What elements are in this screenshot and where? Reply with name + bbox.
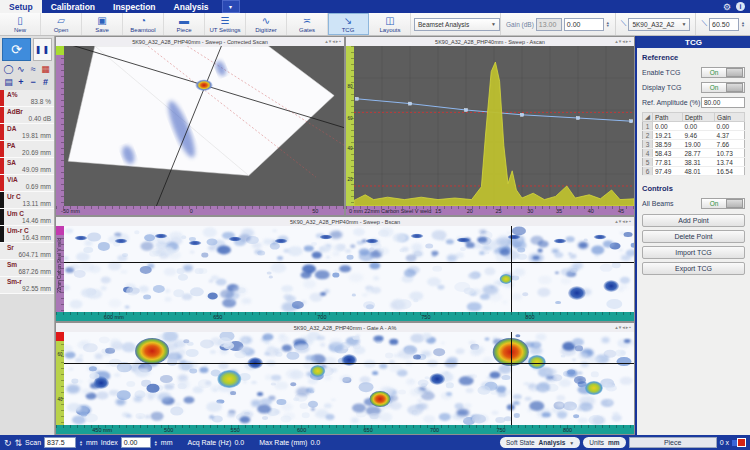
up-down-arrows-icon[interactable]: ⇅ xyxy=(15,438,23,448)
speckle xyxy=(503,272,513,279)
gain-input[interactable]: 0.00 xyxy=(564,18,604,31)
gear-icon[interactable]: ⚙ xyxy=(723,2,731,12)
display-tcg-toggle[interactable]: On xyxy=(701,82,745,93)
cursor-vertical-line[interactable] xyxy=(511,332,512,425)
add-point-button[interactable]: Add Point xyxy=(642,214,745,227)
tcg-column-header-gain[interactable]: Gain xyxy=(715,113,745,122)
angle-spinner[interactable]: ▲▼ xyxy=(741,21,745,27)
tcg-sort-icon[interactable]: ◢ xyxy=(643,113,653,122)
angle-input[interactable]: 60.50 xyxy=(709,18,739,31)
enable-tcg-toggle[interactable]: On xyxy=(701,67,745,78)
toolbar-button-new[interactable]: ▯New xyxy=(0,13,41,35)
all-beams-toggle[interactable]: On xyxy=(701,198,745,209)
delete-point-button[interactable]: Delete Point xyxy=(642,230,745,243)
tcg-table-row[interactable]: 458.4328.7710.73 xyxy=(643,149,745,158)
speckle xyxy=(385,399,392,404)
readout-a-[interactable]: A%83.8 % xyxy=(0,90,54,107)
tcg-table-row[interactable]: 338.5919.007.66 xyxy=(643,140,745,149)
toolbar-button-open[interactable]: ▱Open xyxy=(41,13,82,35)
export-tcg-button[interactable]: Export TCG xyxy=(642,262,745,275)
readout-da[interactable]: DA19.81 mm xyxy=(0,124,54,141)
envelope-tool-icon[interactable]: ≈ xyxy=(28,63,39,74)
tcg-table-row[interactable]: 10.000.000.00 xyxy=(643,122,745,131)
readout-pa[interactable]: PA20.69 mm xyxy=(0,141,54,158)
grid-toggle-icon[interactable]: # xyxy=(40,76,51,87)
menu-overflow-button[interactable]: ▾ xyxy=(222,0,240,13)
piece-button[interactable]: Piece xyxy=(629,437,717,448)
speckle xyxy=(575,346,583,351)
units-select[interactable]: Units mm xyxy=(583,437,625,448)
menu-tab-calibration[interactable]: Calibration xyxy=(42,0,104,13)
sscan-plot[interactable] xyxy=(64,46,344,206)
beam-select[interactable]: 5K90_A32_A2 ▼ xyxy=(628,18,690,31)
tcg-column-header-depth[interactable]: Depth xyxy=(682,113,714,122)
speckle xyxy=(577,378,583,382)
speckle xyxy=(100,286,107,290)
help-icon[interactable]: i xyxy=(736,2,745,11)
tcg-table-row[interactable]: 697.4948.0116.54 xyxy=(643,167,745,176)
layouts-button[interactable]: ◫ Layouts xyxy=(370,13,411,35)
pause-button[interactable]: ❚❚ xyxy=(33,38,52,61)
report-tool-icon[interactable]: ▤ xyxy=(3,76,14,87)
index-position-input[interactable]: 0.00 xyxy=(121,437,151,448)
speckle xyxy=(251,381,257,385)
readout-sm-r[interactable]: Sm-r92.55 mm xyxy=(0,277,54,294)
speckle xyxy=(281,403,293,411)
speckle xyxy=(431,251,438,256)
import-tcg-button[interactable]: Import TCG xyxy=(642,246,745,259)
view-titlebar-icons[interactable]: ▴▾◂▸▪ xyxy=(615,218,632,224)
grid-tool-icon[interactable]: ▦ xyxy=(40,63,51,74)
layout-select[interactable]: Beamset Analysis ▼ xyxy=(414,18,500,31)
tcg-column-header-path[interactable]: Path xyxy=(653,113,683,122)
readout-ur-c[interactable]: Ur C13.11 mm xyxy=(0,192,54,209)
tcg-table-row[interactable]: 577.8138.3113.74 xyxy=(643,158,745,167)
toolbar-button-piece[interactable]: ▬Piece xyxy=(164,13,205,35)
toolbar-button-tcg[interactable]: ↘TCG xyxy=(328,13,369,35)
sync-cursors-button[interactable]: ⟳ xyxy=(2,38,31,61)
index-spinner[interactable]: ▲▼ xyxy=(154,440,158,446)
toolbar-button-ut-settings[interactable]: ☰UT Settings xyxy=(205,13,246,35)
readout-sr[interactable]: Sr604.71 mm xyxy=(0,243,54,260)
scan-position-input[interactable]: 837.5 xyxy=(44,437,76,448)
display-status-icon[interactable] xyxy=(732,438,746,448)
indication-warm xyxy=(218,370,241,388)
ascan-plot[interactable] xyxy=(354,46,634,206)
toolbar-button-save[interactable]: ▣Save xyxy=(82,13,123,35)
speckle xyxy=(71,379,78,384)
view-titlebar-icons[interactable]: ▴▾◂▸▪ xyxy=(325,38,342,44)
readout-um-c[interactable]: Um C14.46 mm xyxy=(0,209,54,226)
scan-spinner[interactable]: ▲▼ xyxy=(79,440,83,446)
menu-tab-analysis[interactable]: Analysis xyxy=(165,0,218,13)
speckle xyxy=(212,240,225,249)
cursor-horizontal-line[interactable] xyxy=(64,363,634,364)
bscan-plot[interactable] xyxy=(64,226,634,312)
zoom-out-button[interactable]: − xyxy=(28,76,39,87)
speckle xyxy=(532,255,539,260)
view-titlebar-icons[interactable]: ▴▾◂▸▪ xyxy=(615,324,632,330)
soft-state-select[interactable]: Soft State Analysis ▼ xyxy=(500,437,580,448)
readout-sm[interactable]: Sm687.26 mm xyxy=(0,260,54,277)
zone-tool-icon[interactable]: ◯ xyxy=(3,63,14,74)
ref-amplitude-input[interactable]: 80.00 xyxy=(701,97,745,108)
gain-label: Gain (dB) xyxy=(506,21,534,28)
readout-adbr[interactable]: AdBr0.40 dB xyxy=(0,107,54,124)
toolbar-button-beamtool[interactable]: ◔Beamtool xyxy=(123,13,164,35)
readout-sa[interactable]: SA49.09 mm xyxy=(0,158,54,175)
readout-um-r-c[interactable]: Um-r C16.43 mm xyxy=(0,226,54,243)
refresh-icon[interactable]: ↻ xyxy=(4,438,12,448)
toolbar-button-gates[interactable]: ≍Gates xyxy=(287,13,328,35)
toolbar-button-digitizer[interactable]: ∿Digitizer xyxy=(246,13,287,35)
menu-tab-inspection[interactable]: Inspection xyxy=(104,0,165,13)
speckle xyxy=(300,403,309,409)
cursor-horizontal-line[interactable] xyxy=(64,262,634,263)
gain-spinner[interactable]: ▲▼ xyxy=(606,21,610,27)
ascan-tool-icon[interactable]: ∿ xyxy=(15,63,26,74)
zoom-in-button[interactable]: + xyxy=(15,76,26,87)
readout-via[interactable]: ViA0.69 mm xyxy=(0,175,54,192)
cursor-vertical-line[interactable] xyxy=(511,226,512,312)
cscan-plot[interactable] xyxy=(64,332,634,425)
view-titlebar-icons[interactable]: ▴▾◂▸▪ xyxy=(615,38,632,44)
tcg-table-row[interactable]: 219.219.464.37 xyxy=(643,131,745,140)
menu-tab-setup[interactable]: Setup xyxy=(0,0,42,13)
speckle xyxy=(417,399,422,403)
